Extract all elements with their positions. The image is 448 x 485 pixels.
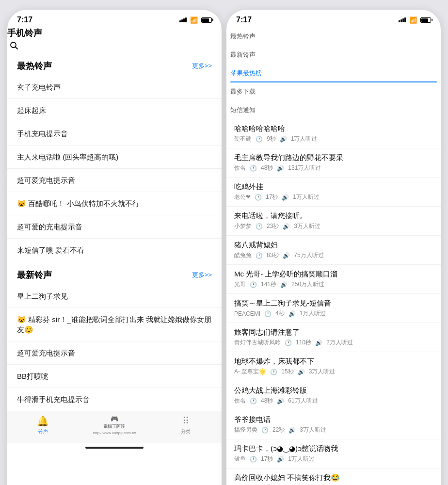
list-item[interactable]: 手机充电提示音: [7, 122, 222, 146]
listen-icon: 🔊: [280, 281, 288, 288]
clock-icon: 🕐: [250, 281, 257, 288]
tab-most-downloaded[interactable]: 最多下载: [226, 82, 441, 101]
clock-icon: 🕐: [256, 136, 263, 143]
new-more-link[interactable]: 更多>>: [192, 271, 212, 279]
listeners: 75万人听过: [294, 251, 323, 259]
duration: 83秒: [267, 251, 279, 259]
duration: 17秒: [266, 193, 278, 201]
ringtone-meta: 鲅鱼 🕐 17秒 🔊 1万人听过: [234, 455, 433, 463]
list-item[interactable]: 牛得滑手机充电提示音: [7, 388, 222, 411]
status-bar-right: 7:17 📶: [226, 10, 441, 27]
listeners: 1万人听过: [293, 193, 320, 201]
bell-icon-left: 🔔: [37, 415, 49, 427]
listen-icon: 🔊: [298, 369, 305, 375]
list-item[interactable]: 起床起床: [7, 99, 222, 122]
ringtone-item[interactable]: 公鸡大战上海滩彩铃版 佚名 🕐 48秒 🔊 61万人听过: [226, 381, 441, 410]
listeners: 1万人听过: [291, 135, 318, 143]
ringtone-meta: 小梦梦 🕐 23秒 🔊 3万人听过: [234, 222, 433, 230]
wifi-icon-right: 📶: [409, 16, 417, 24]
tab-new-ringtone[interactable]: 最新铃声: [226, 46, 441, 64]
tab-hot-ringtone[interactable]: 最热铃声: [226, 27, 441, 46]
ringtone-item[interactable]: 旅客同志们请注意了 青灯伴古城听风吟 🕐 110秒 🔊 2万人听过: [226, 323, 441, 352]
hot-list: 玄子充电铃声 起床起床 手机充电提示音 主人来电话啦 (回头率超高的哦) 超可爱…: [7, 76, 222, 261]
page-title-left: 手机铃声: [7, 28, 42, 38]
ringtone-name: 玛卡巴卡，(ɔ◕‿◕)ɔ憋说话吻我: [234, 444, 433, 453]
search-button-left[interactable]: [7, 39, 21, 52]
duration: 23秒: [267, 222, 279, 230]
tab-apple-hot[interactable]: 苹果最热榜: [226, 64, 441, 82]
tab-ringtone-left[interactable]: 🔔 铃声: [7, 415, 79, 435]
ringtone-meta: 佚名 🕐 48秒 🔊 131万人听过: [234, 164, 433, 172]
ringtone-item[interactable]: 地球不爆炸，床我都不下 A- 至尊宝🌟 🕐 15秒 🔊 3万人听过: [226, 352, 441, 381]
author: 硬不硬: [234, 135, 252, 143]
ringtone-item[interactable]: 哈哈哈哈哈哈哈 硬不硬 🕐 9秒 🔊 1万人听过: [226, 119, 441, 148]
list-item[interactable]: 超可爱充电提示音: [7, 341, 222, 365]
clock-icon: 🕐: [270, 369, 277, 375]
listeners: 3万人听过: [300, 426, 326, 434]
list-item[interactable]: 皇上二狗子求见: [7, 285, 222, 308]
phone-right: 7:17 📶 最热铃声 最新铃声 苹果最热榜 最多下载 短信通知: [226, 10, 441, 485]
new-section-header: 最新铃声 更多>>: [7, 261, 222, 285]
listeners: 250万人听过: [291, 280, 324, 289]
ringtone-item[interactable]: 来电话啦，请您接听。 小梦梦 🕐 23秒 🔊 3万人听过: [226, 207, 441, 236]
list-item[interactable]: 超可爱充电提示音: [7, 169, 222, 192]
clock-icon: 🕐: [256, 252, 263, 259]
tab-ringtone-label-left: 铃声: [38, 428, 48, 435]
ringtone-item[interactable]: Mc 光哥- 上学必听的搞笑顺口溜 光哥 🕐 141秒 🔊 250万人听过: [226, 265, 441, 294]
ringtone-item[interactable]: 玛卡巴卡，(ɔ◕‿◕)ɔ憋说话吻我 鲅鱼 🕐 17秒 🔊 1万人听过: [226, 439, 441, 469]
hot-section-header: 最热铃声 更多>>: [7, 52, 222, 76]
ringtone-item[interactable]: 爷爷接电话 搞怪另类 🕐 22秒 🔊 3万人听过: [226, 410, 441, 439]
list-item[interactable]: 超可爱的充电提示音: [7, 215, 222, 239]
listeners: 131万人听过: [288, 164, 321, 172]
ringtone-meta: 青灯伴古城听风吟 🕐 110秒 🔊 2万人听过: [234, 339, 433, 347]
author: 小梦梦: [234, 222, 252, 230]
list-item[interactable]: 玄子充电铃声: [7, 76, 222, 99]
tab-sms-notify[interactable]: 短信通知: [226, 101, 441, 119]
status-time-left: 7:17: [17, 16, 32, 24]
listeners: 2万人听过: [326, 339, 353, 347]
ringtone-name: 旅客同志们请注意了: [234, 328, 433, 337]
list-item[interactable]: 主人来电话啦 (回头率超高的哦): [7, 146, 222, 169]
watermark-left: 🎮 電腦王阿達 http://www.koopg.com.tw: [79, 415, 150, 435]
ringtone-name: 高价回收小媳妇 不搞笑你打我😂: [234, 473, 433, 483]
ringtone-meta: 佚名 🕐 48秒 🔊 61万人听过: [234, 397, 433, 405]
ringtone-name: Mc 光哥- 上学必听的搞笑顺口溜: [234, 270, 433, 279]
ringtone-name: 爷爷接电话: [234, 415, 433, 424]
ringtone-meta: 老公❤ 🕐 17秒 🔊 1万人听过: [234, 193, 433, 201]
ringtone-item[interactable]: 毛主席教导我们路边的野花不要采 佚名 🕐 48秒 🔊 131万人听过: [226, 148, 441, 178]
list-item[interactable]: BB打喷嚏: [7, 365, 222, 388]
new-list: 皇上二狗子求见 🐱 精彩芬 sir！_谁能把歌词全部打出来 我就让嫦娥做你女朋友…: [7, 285, 222, 411]
listen-icon: 🔊: [280, 136, 287, 143]
duration: 110秒: [296, 339, 311, 347]
ringtone-meta: 硬不硬 🕐 9秒 🔊 1万人听过: [234, 135, 433, 143]
new-section-title: 最新铃声: [17, 269, 52, 281]
ringtone-item[interactable]: 猪八戒背媳妇 酷兔兔 🕐 83秒 🔊 75万人听过: [226, 236, 441, 265]
listen-icon: 🔊: [277, 165, 284, 172]
ringtone-meta: 光哥 🕐 141秒 🔊 250万人听过: [234, 280, 433, 289]
author: 鲅鱼: [234, 455, 246, 463]
ringtone-item[interactable]: 吃鸡外挂 老公❤ 🕐 17秒 🔊 1万人听过: [226, 178, 441, 207]
clock-icon: 🕐: [256, 223, 263, 230]
listen-icon: 🔊: [283, 223, 290, 230]
status-bar-left: 7:17 📶: [7, 10, 222, 27]
ringtone-item[interactable]: 高价回收小媳妇 不搞笑你打我😂 社会份林爷💞 🕐 29秒 🔊 76万人听过: [226, 469, 441, 485]
list-item[interactable]: 来短信了噢 爱看不看: [7, 239, 222, 261]
ringtone-item[interactable]: 搞笑～皇上二狗子求见-短信音 PEACEMI 🕐 4秒 🔊 1万人听过: [226, 294, 441, 323]
hot-more-link[interactable]: 更多>>: [192, 62, 212, 70]
wifi-icon-left: 📶: [190, 16, 198, 24]
author: A- 至尊宝🌟: [234, 368, 266, 376]
clock-icon: 🕐: [285, 340, 292, 346]
duration: 141秒: [261, 280, 276, 289]
ringtone-meta: A- 至尊宝🌟 🕐 15秒 🔊 3万人听过: [234, 368, 433, 376]
ringtone-meta: 酷兔兔 🕐 83秒 🔊 75万人听过: [234, 251, 433, 259]
list-item[interactable]: 🐱 精彩芬 sir！_谁能把歌词全部打出来 我就让嫦娥做你女朋友😊: [7, 308, 222, 341]
home-indicator-left: [7, 443, 222, 453]
category-icon-left: ⠿: [182, 415, 190, 427]
status-icons-left: 📶: [179, 16, 212, 24]
listeners: 1万人听过: [300, 309, 326, 318]
duration: 22秒: [272, 426, 285, 434]
tab-category-left[interactable]: ⠿ 分类: [150, 415, 222, 435]
listeners: 3万人听过: [309, 368, 336, 376]
duration: 9秒: [267, 135, 276, 143]
list-item[interactable]: 🐱 百酷哪吒！-小鸟伏特加不火就不行: [7, 192, 222, 215]
